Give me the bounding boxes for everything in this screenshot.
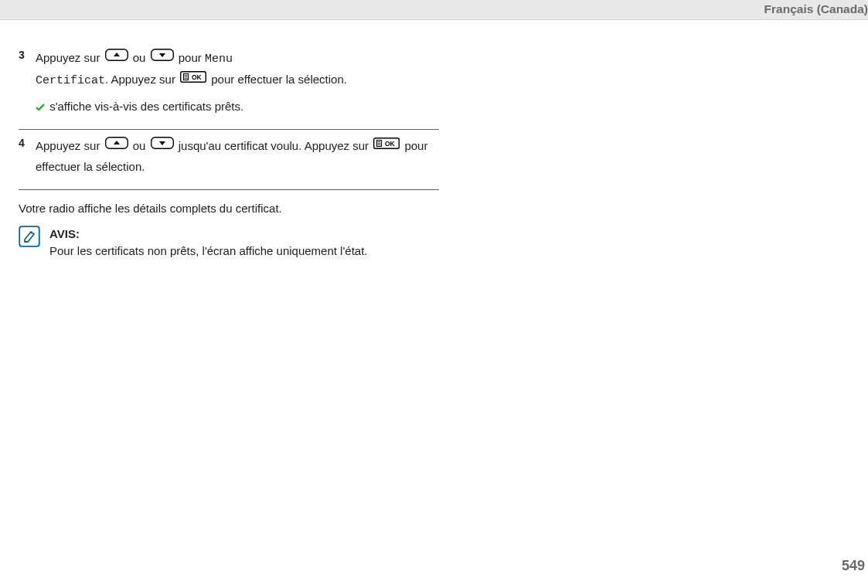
checkmark-icon (36, 104, 45, 111)
svg-text:OK: OK (192, 73, 203, 81)
page-header: Français (Canada) (0, 0, 868, 20)
page-content: 3 Appuyez sur ou pour Menu Certificat. A… (0, 20, 439, 260)
ok-button-icon: OK (180, 69, 206, 89)
down-button-icon (151, 135, 174, 155)
text: pour effectuer la sélection. (211, 73, 347, 86)
notice-icon (19, 226, 40, 260)
text: ou (133, 139, 149, 152)
notice-text: Pour les certificats non prêts, l'écran … (49, 244, 368, 257)
down-button-icon (151, 47, 174, 67)
text: ou (133, 51, 149, 64)
step3-subtext: s'affiche vis-à-vis des certificats prêt… (46, 100, 243, 113)
locale-label: Français (Canada) (764, 2, 868, 15)
notice-block: AVIS: Pour les certificats non prêts, l'… (19, 226, 439, 260)
up-button-icon (105, 135, 128, 155)
step-4: 4 Appuyez sur ou jusqu'au certificat vou… (19, 136, 439, 190)
text: pour (179, 51, 205, 64)
text: Appuyez sur (36, 139, 104, 152)
text: Appuyez sur (36, 51, 104, 64)
step-body: Appuyez sur ou jusqu'au certificat voulu… (36, 136, 439, 182)
notice-title: AVIS: (49, 227, 80, 240)
step-number: 3 (19, 48, 36, 121)
certificat-label-mono: Certificat (36, 74, 105, 87)
ok-button-icon: OK (373, 135, 400, 155)
up-button-icon (105, 47, 128, 67)
step-number: 4 (19, 136, 36, 182)
step-3: 3 Appuyez sur ou pour Menu Certificat. A… (19, 48, 439, 130)
page-number: 549 (842, 558, 865, 574)
text: . Appuyez sur (105, 73, 179, 86)
text: jusqu'au certificat voulu. Appuyez sur (179, 139, 373, 152)
step-body: Appuyez sur ou pour Menu Certificat. App… (36, 48, 439, 121)
menu-label-mono: Menu (205, 53, 233, 66)
svg-rect-16 (19, 226, 39, 246)
result-text: Votre radio affiche les détails complets… (19, 199, 439, 218)
notice-body: AVIS: Pour les certificats non prêts, l'… (49, 226, 368, 260)
svg-text:OK: OK (385, 140, 396, 148)
